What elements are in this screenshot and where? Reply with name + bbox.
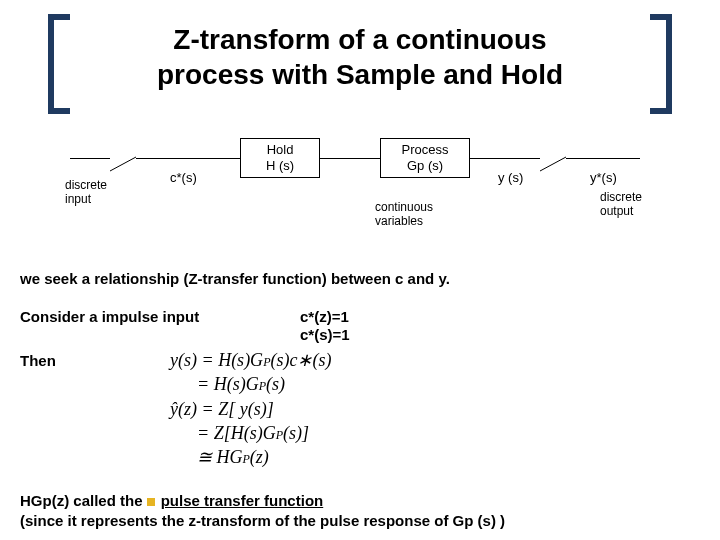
final-line-1: HGp(z) called the pulse transfer functio… — [20, 492, 323, 509]
discrete-out-1: discrete — [600, 190, 642, 204]
consider-impulse-text: Consider a impulse input — [20, 308, 199, 325]
seek-relationship-text: we seek a relationship (Z-transfer funct… — [20, 270, 450, 287]
block-diagram: Hold H (s) Process Gp (s) discrete input… — [40, 130, 680, 260]
final-line-2: (since it represents the z-transform of … — [20, 512, 505, 529]
svg-line-0 — [110, 157, 136, 171]
final-pre: HGp(z) called the — [20, 492, 147, 509]
continuous-vars-label: continuous variables — [375, 200, 433, 228]
impulse-s-text: c*(s)=1 — [300, 326, 350, 343]
wire — [320, 158, 380, 159]
bracket-right-icon — [646, 14, 672, 114]
process-block: Process Gp (s) — [380, 138, 470, 178]
discrete-out-2: output — [600, 204, 633, 218]
title-line-1: Z-transform of a continuous — [173, 24, 546, 55]
discrete-input-label: discrete input — [65, 178, 107, 206]
y-s-label: y (s) — [498, 170, 523, 185]
wire — [136, 158, 240, 159]
slide-title: Z-transform of a continuous process with… — [90, 22, 630, 92]
hold-label-2: H (s) — [266, 158, 294, 173]
sampler-right-icon — [540, 158, 541, 159]
cont-vars-1: continuous — [375, 200, 433, 214]
bracket-left-icon — [48, 14, 74, 114]
wire — [566, 158, 640, 159]
bullet-icon — [147, 498, 155, 506]
sampler-left-icon — [110, 158, 111, 159]
discrete-in-2: input — [65, 192, 91, 206]
cont-vars-2: variables — [375, 214, 423, 228]
title-line-2: process with Sample and Hold — [157, 59, 563, 90]
discrete-output-label: discrete output — [600, 190, 642, 218]
wire — [70, 158, 110, 159]
hold-label-1: Hold — [267, 142, 294, 157]
impulse-z-text: c*(z)=1 — [300, 308, 349, 325]
final-underlined: pulse transfer function — [161, 492, 324, 509]
then-text: Then — [20, 352, 56, 369]
hold-block: Hold H (s) — [240, 138, 320, 178]
process-label-2: Gp (s) — [407, 158, 443, 173]
equation-block: y(s) = H(s)GP(s)c∗(s) = H(s)GP(s) ŷ(z) =… — [170, 348, 331, 469]
y-star-label: y*(s) — [590, 170, 617, 185]
svg-line-1 — [540, 157, 566, 171]
wire — [470, 158, 540, 159]
c-star-label: c*(s) — [170, 170, 197, 185]
slide: Z-transform of a continuous process with… — [0, 0, 720, 540]
discrete-in-1: discrete — [65, 178, 107, 192]
process-label-1: Process — [402, 142, 449, 157]
